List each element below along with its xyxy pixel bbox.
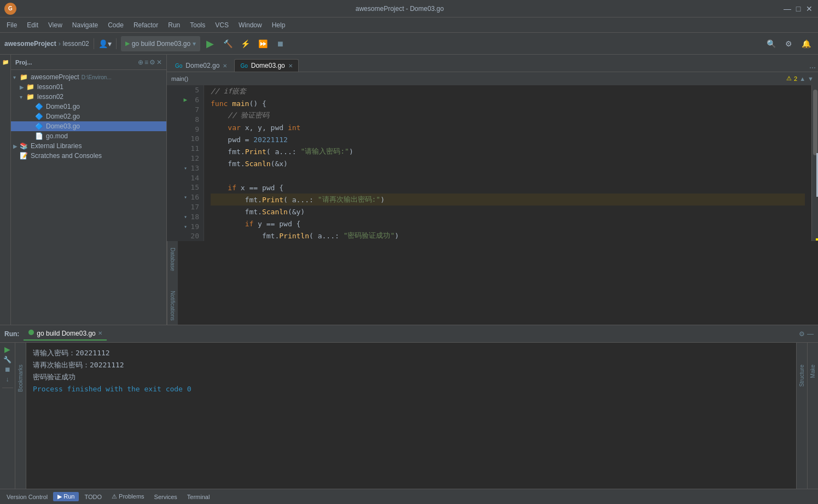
console-scroll-end-btn[interactable]: ↓ bbox=[6, 376, 9, 383]
bottom-settings-icon[interactable]: ⚙ bbox=[799, 330, 805, 338]
code-with-gutter: 5 ▶ 6 7 8 9 10 11 12 ▾ 13 bbox=[167, 85, 811, 241]
close-button[interactable]: ✕ bbox=[805, 4, 814, 13]
tab-bar-actions: ⋯ bbox=[809, 64, 816, 72]
warning-up-icon[interactable]: ▲ bbox=[799, 75, 805, 82]
locate-icon[interactable]: ⊕ bbox=[138, 58, 143, 66]
search-button[interactable]: 🔍 bbox=[763, 36, 779, 51]
tree-item-gomod[interactable]: 📄 go.mod bbox=[11, 131, 166, 141]
bookmarks-label[interactable]: Bookmarks bbox=[18, 365, 24, 392]
func-name: main bbox=[232, 99, 249, 108]
minimize-button[interactable]: — bbox=[783, 4, 792, 13]
warning-down-icon[interactable]: ▼ bbox=[808, 75, 814, 82]
menu-vcs[interactable]: VCS bbox=[211, 20, 233, 30]
scratch-icon: 📝 bbox=[20, 152, 28, 160]
line-num-15: 15 bbox=[188, 183, 199, 191]
tree-item-lesson01[interactable]: ▶ 📁 lesson01 bbox=[11, 82, 166, 92]
vars: x, y, pwd bbox=[245, 124, 288, 132]
status-tab-run[interactable]: ▶ Run bbox=[53, 492, 79, 501]
collapse-icon[interactable]: ≡ bbox=[144, 58, 148, 66]
code-line-15: fmt.Scanln(&y) bbox=[211, 206, 805, 218]
settings-button[interactable]: ⚙ bbox=[781, 36, 796, 51]
param-hint2: ( a...: bbox=[283, 196, 318, 204]
console-stop-btn[interactable]: ⏹ bbox=[4, 366, 11, 373]
tree-item-scratches[interactable]: 📝 Scratches and Consoles bbox=[11, 151, 166, 161]
warning-count: 2 bbox=[794, 75, 797, 82]
status-tab-vcs[interactable]: Version Control bbox=[2, 493, 52, 501]
menu-tools[interactable]: Tools bbox=[185, 20, 210, 30]
close-panel-icon[interactable]: ✕ bbox=[156, 58, 162, 66]
run-tab[interactable]: go build Dome03.go ✕ bbox=[24, 327, 106, 341]
tab-dome03[interactable]: Go Dome03.go ✕ bbox=[234, 59, 298, 72]
fold-18[interactable]: ▾ bbox=[184, 214, 187, 220]
tree-item-external[interactable]: ▶ 📚 External Libraries bbox=[11, 141, 166, 151]
tab-close-dome02[interactable]: ✕ bbox=[223, 63, 227, 69]
fold-13[interactable]: ▾ bbox=[184, 165, 187, 171]
run-tab-close[interactable]: ✕ bbox=[98, 330, 102, 336]
menu-help[interactable]: Help bbox=[268, 20, 290, 30]
status-tab-terminal[interactable]: Terminal bbox=[183, 493, 214, 501]
gutter-row-15: 15 bbox=[167, 183, 204, 192]
menu-window[interactable]: Window bbox=[234, 20, 266, 30]
tab-close-dome03[interactable]: ✕ bbox=[288, 63, 293, 69]
fold-16[interactable]: ▾ bbox=[184, 194, 187, 200]
go-icon: Go bbox=[175, 63, 182, 69]
run-config-dropdown-icon[interactable]: ▾ bbox=[193, 40, 196, 48]
go-file-icon: 🔷 bbox=[35, 122, 44, 130]
warning-icon: ⚠ bbox=[786, 75, 792, 82]
empty bbox=[211, 172, 215, 180]
maximize-button[interactable]: □ bbox=[794, 4, 803, 13]
menu-refactor[interactable]: Refactor bbox=[129, 20, 163, 30]
kw-if2: if bbox=[245, 220, 258, 228]
menu-navigate[interactable]: Navigate bbox=[68, 20, 102, 30]
database-label[interactable]: Database bbox=[169, 243, 177, 276]
menu-view[interactable]: View bbox=[44, 20, 67, 30]
warning-indicator: ⚠ 2 ▲ ▼ bbox=[786, 75, 814, 82]
run-configuration[interactable]: ▶ go build Dome03.go ▾ bbox=[121, 36, 200, 51]
tree-item-dome03[interactable]: 🔷 Dome03.go bbox=[11, 121, 166, 131]
bottom-close-icon[interactable]: — bbox=[807, 330, 814, 338]
build-button[interactable]: 🔨 bbox=[220, 36, 235, 51]
stop-button[interactable]: ⏹ bbox=[272, 36, 288, 51]
notifications-button[interactable]: 🔔 bbox=[798, 36, 814, 51]
tree-item-root[interactable]: ▾ 📁 awesomeProject D:\Environ... bbox=[11, 72, 166, 82]
window-controls[interactable]: — □ ✕ bbox=[783, 4, 814, 13]
status-tab-problems[interactable]: ⚠ Problems bbox=[107, 492, 149, 501]
fold-19[interactable]: ▾ bbox=[184, 224, 187, 230]
tab-dome02[interactable]: Go Dome02.go ✕ bbox=[169, 59, 233, 72]
tree-item-dome02[interactable]: 🔷 Dome02.go bbox=[11, 112, 166, 121]
menu-file[interactable]: File bbox=[2, 20, 21, 30]
structure-label[interactable]: Structure bbox=[799, 365, 805, 387]
tab-overflow-icon[interactable]: ⋯ bbox=[809, 64, 816, 72]
settings-icon[interactable]: ⚙ bbox=[149, 58, 155, 66]
run-button[interactable]: ▶ bbox=[202, 36, 218, 51]
editor-content[interactable]: 5 ▶ 6 7 8 9 10 11 12 ▾ 13 bbox=[167, 85, 818, 241]
lesson-breadcrumb: lesson02 bbox=[63, 40, 89, 48]
scrollbar-thumb[interactable] bbox=[813, 90, 817, 155]
go-file-icon: 🔷 bbox=[35, 113, 44, 120]
indent bbox=[211, 124, 228, 132]
console-run-btn[interactable]: ▶ bbox=[3, 345, 12, 354]
run-marker-6[interactable]: ▶ bbox=[183, 96, 187, 103]
notifications-label[interactable]: Notifications bbox=[169, 286, 177, 325]
menu-edit[interactable]: Edit bbox=[22, 20, 43, 30]
console-wrench-btn[interactable]: 🔧 bbox=[3, 356, 11, 364]
separator bbox=[2, 388, 13, 388]
code-column[interactable]: // if嵌套 func main() { // 验证密码 var x, y, … bbox=[204, 85, 811, 241]
status-tab-services[interactable]: Services bbox=[150, 493, 182, 501]
tree-item-dome01[interactable]: 🔷 Dome01.go bbox=[11, 102, 166, 112]
status-tab-todo[interactable]: TODO bbox=[80, 493, 106, 501]
menu-run[interactable]: Run bbox=[164, 20, 184, 30]
coverage-button[interactable]: ⚡ bbox=[237, 36, 253, 51]
str-val3: "密码验证成功" bbox=[344, 231, 395, 241]
tree-item-lesson02[interactable]: ▾ 📁 lesson02 bbox=[11, 92, 166, 102]
code-comment-7: // 验证密码 bbox=[228, 110, 269, 120]
scratches-label: Scratches and Consoles bbox=[31, 152, 102, 160]
menu-code[interactable]: Code bbox=[103, 20, 128, 30]
console-text-2: 请再次输出密码：20221112 bbox=[33, 361, 124, 369]
project-icon[interactable]: 📁 bbox=[1, 57, 10, 67]
make-label[interactable]: Make bbox=[810, 365, 816, 378]
profile-button[interactable]: ⏩ bbox=[255, 36, 270, 51]
account-icon[interactable]: 👤▾ bbox=[98, 39, 112, 48]
method-scanln: Scanln bbox=[245, 160, 271, 168]
indent: fmt. bbox=[211, 196, 262, 204]
